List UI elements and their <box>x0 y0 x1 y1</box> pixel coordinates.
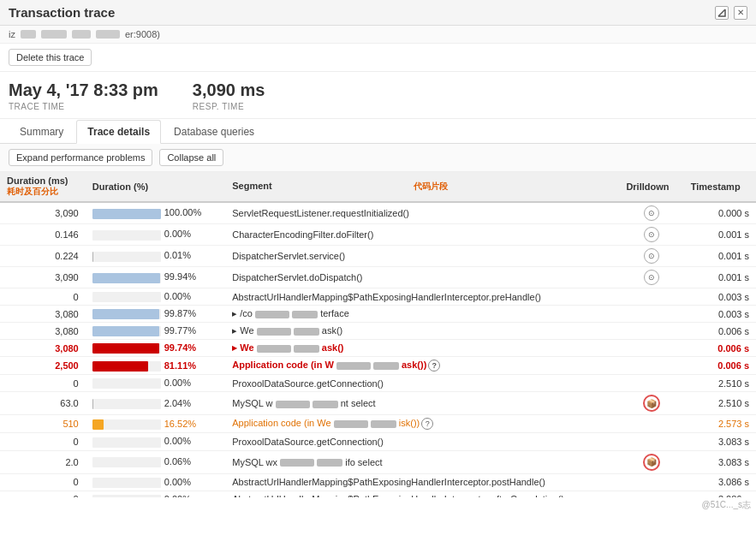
tab-summary[interactable]: Summary <box>9 120 74 144</box>
segment-text: ProxoolDataSource.getConnection() <box>232 437 384 447</box>
table-row: 63.02.04%MySQL w nt select📦2.510 s <box>0 392 756 415</box>
segment-text: AbstractUrlHandlerMapping$PathExposingHa… <box>232 292 541 302</box>
duration-bar <box>92 309 161 319</box>
cell-segment: Application code (in W ask())? <box>225 357 619 375</box>
cell-segment: AbstractUrlHandlerMapping$PathExposingHa… <box>225 473 619 491</box>
table-row: 2,50081.11%Application code (in W ask())… <box>0 357 756 375</box>
pct-label: 0.06% <box>164 456 191 467</box>
table-row: 3,08099.77%▸ We ask()0.006 s <box>0 323 756 340</box>
tab-trace-details[interactable]: Trace details <box>76 120 161 144</box>
help-icon[interactable]: ? <box>428 360 440 372</box>
pct-label: 0.00% <box>164 291 191 301</box>
drilldown-icon[interactable]: ⊙ <box>644 205 659 221</box>
cell-duration-ms: 3,080 <box>0 323 86 340</box>
cell-segment: MySQL w nt select <box>225 392 619 415</box>
cell-duration-ms: 0 <box>0 491 86 497</box>
drilldown-icon[interactable]: ⊙ <box>644 227 659 242</box>
cell-duration-pct: 0.06% <box>86 450 226 473</box>
table-row: 0.2240.01%DispatcherServlet.service()⊙0.… <box>0 246 756 267</box>
trace-time-metric: May 4, '17 8:33 pm TRACE TIME <box>9 80 158 111</box>
pct-label: 81.11% <box>164 360 196 371</box>
segment-text: DispatcherServlet.service() <box>232 251 345 261</box>
blurred-text-2 <box>373 362 399 370</box>
cell-duration-ms: 3,090 <box>0 267 86 288</box>
delete-trace-button[interactable]: Delete this trace <box>9 49 92 66</box>
cell-duration-ms: 3,080 <box>0 340 86 357</box>
database-drilldown-icon[interactable]: 📦 <box>643 395 660 412</box>
table-row: 3,09099.94%DispatcherServlet.doDispatch(… <box>0 267 756 288</box>
annotation-duration: 耗时及百分比 <box>7 186 79 198</box>
help-icon[interactable]: ? <box>421 418 433 430</box>
toolbar-bar: Expand performance problems Collapse all <box>0 144 756 172</box>
duration-bar-fill <box>92 252 93 262</box>
cell-timestamp: 0.001 s <box>684 267 756 288</box>
cell-timestamp: 2.573 s <box>684 415 756 433</box>
cell-duration-pct: 99.87% <box>86 306 226 323</box>
expand-performance-btn[interactable]: Expand performance problems <box>9 149 152 166</box>
cell-segment: MySQL wx ifo select <box>225 450 619 473</box>
duration-bar-fill <box>92 326 159 336</box>
duration-bar <box>92 252 161 262</box>
duration-bar <box>92 457 161 467</box>
blurred-text-2 <box>294 328 319 336</box>
tab-database-queries[interactable]: Database queries <box>163 120 265 144</box>
segment-text: MySQL w nt select <box>232 398 375 408</box>
trace-id-bar: iz er:9008) <box>0 26 756 44</box>
cell-duration-ms: 2,500 <box>0 357 86 375</box>
collapse-all-btn[interactable]: Collapse all <box>159 149 223 166</box>
duration-bar <box>92 361 161 372</box>
cell-timestamp: 3.083 s <box>684 450 756 473</box>
table-row: 3,08099.87%▸ /co terface0.003 s <box>0 306 756 323</box>
cell-timestamp: 0.006 s <box>684 357 756 375</box>
tabs-bar: Summary Trace details Database queries <box>0 119 756 144</box>
pct-label: 0.00% <box>164 378 191 388</box>
cell-drilldown <box>619 288 683 306</box>
database-drilldown-icon[interactable]: 📦 <box>643 454 660 471</box>
duration-bar <box>92 209 161 219</box>
expand-icon[interactable] <box>715 6 729 20</box>
cell-segment: CharacterEncodingFilter.doFilter() <box>225 224 619 246</box>
pct-label: 2.04% <box>164 398 191 408</box>
col-duration-pct: Duration (%) <box>86 172 226 202</box>
drilldown-icon[interactable]: ⊙ <box>644 270 659 285</box>
cell-timestamp: 0.006 s <box>684 323 756 340</box>
table-row: 00.00%ProxoolDataSource.getConnection()3… <box>0 433 756 450</box>
table-row: 2.00.06%MySQL wx ifo select📦3.083 s <box>0 450 756 473</box>
cell-segment: Application code (in We isk())? <box>225 415 619 433</box>
segment-text: AbstractUrlHandlerMapping$PathExposingHa… <box>232 494 564 497</box>
pct-label: 0.00% <box>164 494 191 497</box>
blurred-text-2 <box>371 420 396 428</box>
cell-drilldown <box>619 473 683 491</box>
col-duration-ms: Duration (ms) 耗时及百分比 <box>0 172 86 202</box>
trace-time-value: May 4, '17 8:33 pm <box>9 80 158 100</box>
drilldown-icon[interactable]: ⊙ <box>644 248 659 264</box>
segment-text: MySQL wx ifo select <box>232 457 382 467</box>
trace-id-blur4 <box>96 30 120 39</box>
duration-bar <box>92 478 161 488</box>
cell-duration-ms: 0.224 <box>0 246 86 267</box>
cell-timestamp: 0.001 s <box>684 224 756 246</box>
table-row: 00.00%ProxoolDataSource.getConnection()2… <box>0 375 756 392</box>
cell-duration-pct: 0.00% <box>86 375 226 392</box>
cell-duration-ms: 3,080 <box>0 306 86 323</box>
segment-text: DispatcherServlet.doDispatch() <box>232 272 362 282</box>
cell-drilldown <box>619 357 683 375</box>
cell-timestamp: 3.083 s <box>684 433 756 450</box>
cell-duration-ms: 3,090 <box>0 202 86 224</box>
cell-drilldown: ⊙ <box>619 224 683 246</box>
cell-duration-pct: 99.94% <box>86 267 226 288</box>
blurred-text-2 <box>317 459 342 467</box>
cell-drilldown: 📦 <box>619 450 683 473</box>
blurred-text-2 <box>313 401 338 408</box>
duration-bar <box>92 495 161 497</box>
duration-bar <box>92 343 161 354</box>
cell-duration-pct: 0.00% <box>86 491 226 497</box>
cell-timestamp: 3.086 s <box>684 473 756 491</box>
close-icon[interactable]: ✕ <box>734 6 747 20</box>
annotation-segment: 代码片段 <box>414 181 448 191</box>
duration-bar <box>92 399 161 409</box>
col-segment: Segment 代码片段 <box>225 172 619 202</box>
duration-bar-fill <box>92 273 160 283</box>
duration-bar-fill <box>92 419 104 430</box>
resp-time-metric: 3,090 ms RESP. TIME <box>193 80 265 111</box>
